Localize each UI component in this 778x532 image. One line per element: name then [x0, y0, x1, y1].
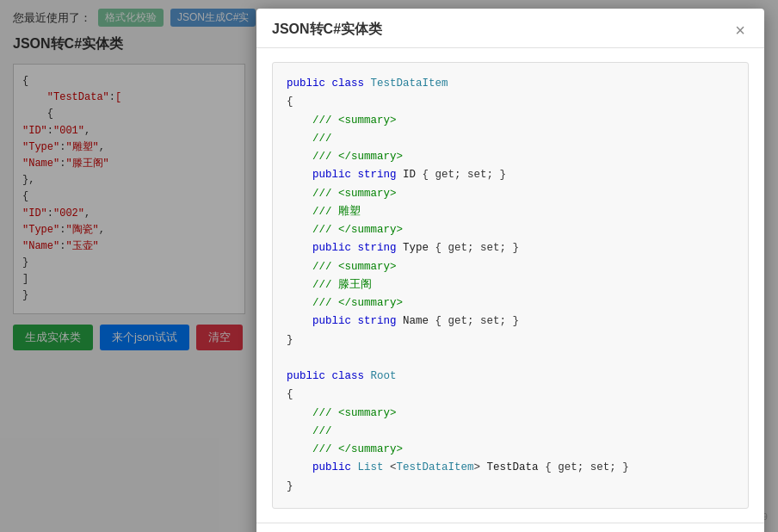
modal-dialog: JSON转C#实体类 × public class TestDataItem {… — [256, 9, 764, 532]
modal-body: public class TestDataItem { /// <summary… — [256, 48, 764, 523]
code-block: public class TestDataItem { /// <summary… — [272, 62, 749, 509]
modal-close-x-button[interactable]: × — [732, 22, 749, 39]
modal-header: JSON转C#实体类 × — [256, 9, 764, 48]
modal-title: JSON转C#实体类 — [272, 21, 382, 39]
modal-footer: Close Save changes — [256, 523, 764, 532]
